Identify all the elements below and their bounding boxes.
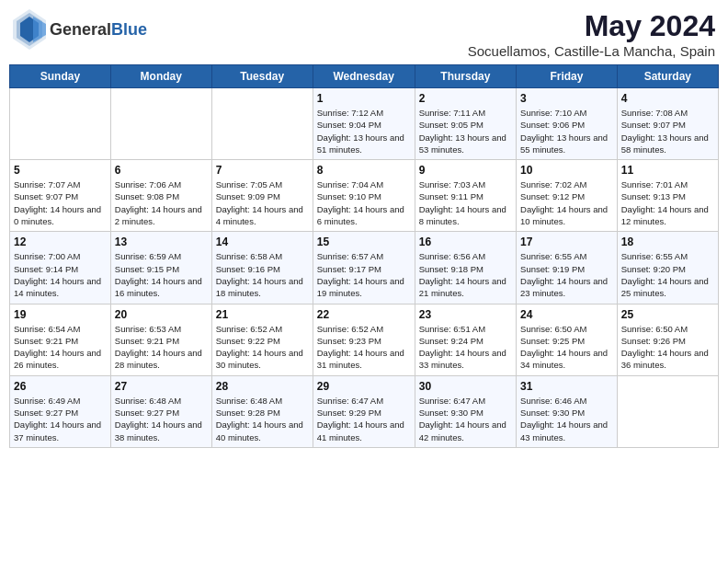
day-number: 24 [520, 308, 613, 321]
day-cell: 29Sunrise: 6:47 AM Sunset: 9:29 PM Dayli… [313, 375, 415, 447]
calendar-body: 1Sunrise: 7:12 AM Sunset: 9:04 PM Daylig… [10, 88, 719, 448]
weekday-tuesday: Tuesday [211, 65, 313, 88]
day-number: 17 [520, 236, 613, 248]
day-info: Sunrise: 6:48 AM Sunset: 9:28 PM Dayligh… [216, 395, 309, 443]
day-number: 9 [419, 164, 512, 177]
day-info: Sunrise: 7:12 AM Sunset: 9:04 PM Dayligh… [317, 107, 411, 155]
day-number: 30 [419, 380, 512, 393]
day-number: 7 [216, 164, 309, 177]
day-cell: 21Sunrise: 6:52 AM Sunset: 9:22 PM Dayli… [211, 304, 313, 375]
day-number: 12 [14, 236, 107, 248]
weekday-header-row: SundayMondayTuesdayWednesdayThursdayFrid… [10, 65, 719, 88]
day-info: Sunrise: 7:06 AM Sunset: 9:08 PM Dayligh… [115, 178, 208, 227]
weekday-saturday: Saturday [617, 65, 718, 88]
day-cell: 20Sunrise: 6:53 AM Sunset: 9:21 PM Dayli… [110, 304, 211, 375]
day-cell: 18Sunrise: 6:55 AM Sunset: 9:20 PM Dayli… [617, 232, 718, 304]
day-cell: 3Sunrise: 7:10 AM Sunset: 9:06 PM Daylig… [517, 88, 618, 160]
logo-icon [13, 9, 46, 50]
day-number: 14 [216, 236, 309, 248]
day-cell: 10Sunrise: 7:02 AM Sunset: 9:12 PM Dayli… [517, 160, 618, 232]
month-title: May 2024 [468, 9, 715, 43]
day-info: Sunrise: 7:10 AM Sunset: 9:06 PM Dayligh… [520, 107, 613, 155]
day-number: 16 [419, 236, 512, 248]
day-cell: 27Sunrise: 6:48 AM Sunset: 9:27 PM Dayli… [110, 375, 211, 447]
location-title: Socuellamos, Castille-La Mancha, Spain [468, 43, 715, 59]
day-number: 8 [317, 164, 411, 177]
day-number: 13 [115, 236, 208, 248]
day-number: 29 [317, 380, 411, 393]
day-cell [617, 375, 718, 447]
day-number: 31 [520, 380, 613, 393]
day-cell: 1Sunrise: 7:12 AM Sunset: 9:04 PM Daylig… [313, 88, 415, 160]
day-cell: 6Sunrise: 7:06 AM Sunset: 9:08 PM Daylig… [110, 160, 211, 232]
day-info: Sunrise: 6:50 AM Sunset: 9:26 PM Dayligh… [621, 323, 714, 372]
day-number: 21 [216, 308, 309, 321]
week-row-2: 5Sunrise: 7:07 AM Sunset: 9:07 PM Daylig… [10, 160, 719, 232]
day-cell: 14Sunrise: 6:58 AM Sunset: 9:16 PM Dayli… [211, 232, 313, 304]
day-cell: 9Sunrise: 7:03 AM Sunset: 9:11 PM Daylig… [415, 160, 516, 232]
day-cell: 26Sunrise: 6:49 AM Sunset: 9:27 PM Dayli… [10, 375, 111, 447]
day-cell: 8Sunrise: 7:04 AM Sunset: 9:10 PM Daylig… [313, 160, 415, 232]
day-cell: 5Sunrise: 7:07 AM Sunset: 9:07 PM Daylig… [10, 160, 111, 232]
day-info: Sunrise: 6:52 AM Sunset: 9:22 PM Dayligh… [216, 323, 309, 372]
day-cell [110, 88, 211, 160]
day-cell: 23Sunrise: 6:51 AM Sunset: 9:24 PM Dayli… [415, 304, 516, 375]
day-cell: 12Sunrise: 7:00 AM Sunset: 9:14 PM Dayli… [10, 232, 111, 304]
day-number: 6 [115, 164, 208, 177]
weekday-thursday: Thursday [415, 65, 516, 88]
week-row-3: 12Sunrise: 7:00 AM Sunset: 9:14 PM Dayli… [10, 232, 719, 304]
day-info: Sunrise: 6:50 AM Sunset: 9:25 PM Dayligh… [520, 323, 613, 372]
day-cell: 4Sunrise: 7:08 AM Sunset: 9:07 PM Daylig… [617, 88, 718, 160]
week-row-4: 19Sunrise: 6:54 AM Sunset: 9:21 PM Dayli… [10, 304, 719, 375]
day-cell [211, 88, 313, 160]
day-number: 15 [317, 236, 411, 248]
title-block: May 2024 Socuellamos, Castille-La Mancha… [468, 9, 715, 59]
day-info: Sunrise: 7:03 AM Sunset: 9:11 PM Dayligh… [419, 178, 512, 227]
day-number: 5 [14, 164, 107, 177]
day-info: Sunrise: 7:08 AM Sunset: 9:07 PM Dayligh… [621, 107, 714, 155]
day-number: 19 [14, 308, 107, 321]
day-info: Sunrise: 6:47 AM Sunset: 9:30 PM Dayligh… [419, 395, 512, 443]
day-info: Sunrise: 6:56 AM Sunset: 9:18 PM Dayligh… [419, 250, 512, 299]
day-cell: 30Sunrise: 6:47 AM Sunset: 9:30 PM Dayli… [415, 375, 516, 447]
day-number: 1 [317, 92, 411, 105]
day-cell: 17Sunrise: 6:55 AM Sunset: 9:19 PM Dayli… [517, 232, 618, 304]
day-number: 4 [621, 92, 714, 105]
weekday-wednesday: Wednesday [313, 65, 415, 88]
calendar-header: SundayMondayTuesdayWednesdayThursdayFrid… [10, 65, 719, 88]
day-number: 23 [419, 308, 512, 321]
day-number: 28 [216, 380, 309, 393]
day-info: Sunrise: 6:54 AM Sunset: 9:21 PM Dayligh… [14, 323, 107, 372]
weekday-monday: Monday [110, 65, 211, 88]
day-number: 27 [115, 380, 208, 393]
weekday-friday: Friday [517, 65, 618, 88]
day-info: Sunrise: 6:53 AM Sunset: 9:21 PM Dayligh… [115, 323, 208, 372]
day-number: 22 [317, 308, 411, 321]
day-cell: 2Sunrise: 7:11 AM Sunset: 9:05 PM Daylig… [415, 88, 516, 160]
day-number: 26 [14, 380, 107, 393]
day-cell [10, 88, 111, 160]
calendar-table: SundayMondayTuesdayWednesdayThursdayFrid… [9, 64, 719, 448]
day-info: Sunrise: 6:58 AM Sunset: 9:16 PM Dayligh… [216, 250, 309, 299]
day-cell: 7Sunrise: 7:05 AM Sunset: 9:09 PM Daylig… [211, 160, 313, 232]
day-cell: 11Sunrise: 7:01 AM Sunset: 9:13 PM Dayli… [617, 160, 718, 232]
day-cell: 13Sunrise: 6:59 AM Sunset: 9:15 PM Dayli… [110, 232, 211, 304]
day-number: 25 [621, 308, 714, 321]
day-cell: 22Sunrise: 6:52 AM Sunset: 9:23 PM Dayli… [313, 304, 415, 375]
day-cell: 15Sunrise: 6:57 AM Sunset: 9:17 PM Dayli… [313, 232, 415, 304]
day-info: Sunrise: 6:55 AM Sunset: 9:20 PM Dayligh… [621, 250, 714, 299]
weekday-sunday: Sunday [10, 65, 111, 88]
day-info: Sunrise: 7:00 AM Sunset: 9:14 PM Dayligh… [14, 250, 107, 299]
day-info: Sunrise: 6:55 AM Sunset: 9:19 PM Dayligh… [520, 250, 613, 299]
week-row-5: 26Sunrise: 6:49 AM Sunset: 9:27 PM Dayli… [10, 375, 719, 447]
day-info: Sunrise: 7:07 AM Sunset: 9:07 PM Dayligh… [14, 178, 107, 227]
day-number: 11 [621, 164, 714, 177]
day-info: Sunrise: 6:52 AM Sunset: 9:23 PM Dayligh… [317, 323, 411, 372]
day-info: Sunrise: 6:59 AM Sunset: 9:15 PM Dayligh… [115, 250, 208, 299]
day-cell: 25Sunrise: 6:50 AM Sunset: 9:26 PM Dayli… [617, 304, 718, 375]
day-cell: 31Sunrise: 6:46 AM Sunset: 9:30 PM Dayli… [517, 375, 618, 447]
day-info: Sunrise: 6:57 AM Sunset: 9:17 PM Dayligh… [317, 250, 411, 299]
week-row-1: 1Sunrise: 7:12 AM Sunset: 9:04 PM Daylig… [10, 88, 719, 160]
day-cell: 19Sunrise: 6:54 AM Sunset: 9:21 PM Dayli… [10, 304, 111, 375]
day-info: Sunrise: 6:47 AM Sunset: 9:29 PM Dayligh… [317, 395, 411, 443]
